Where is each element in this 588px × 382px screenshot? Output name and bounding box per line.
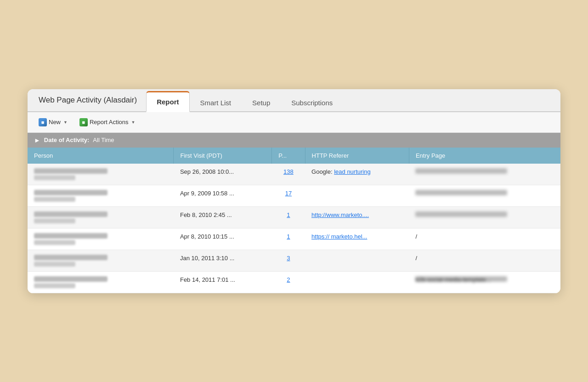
entry-page-cell: / <box>409 228 560 250</box>
person-detail <box>34 255 167 267</box>
report-actions-chevron-icon: ▼ <box>131 120 135 125</box>
filter-icon: ► <box>34 137 40 144</box>
table-row: Feb 8, 2010 2:45 ...1http://www.marketo.… <box>28 206 560 228</box>
first-visit-cell: Apr 8, 2010 10:15 ... <box>174 228 272 250</box>
entry-page-blur <box>415 190 507 195</box>
pages-cell: 1 <box>272 206 305 228</box>
person-sub-blur <box>34 218 75 223</box>
person-sub-blur <box>34 175 75 180</box>
pages-link[interactable]: 1 <box>287 233 290 240</box>
new-button[interactable]: ■ New ▼ <box>34 116 72 129</box>
person-cell <box>28 206 174 228</box>
referer-link[interactable]: lead nurturing <box>334 168 371 175</box>
entry-page-cell <box>409 185 560 206</box>
pages-link[interactable]: 2 <box>287 276 290 283</box>
person-cell <box>28 271 174 293</box>
table-row: Apr 9, 2009 10:58 ...17 <box>28 185 560 206</box>
person-sub-blur <box>34 262 75 267</box>
person-detail <box>34 190 167 202</box>
http-referer-cell: Google: lead nurturing <box>305 164 409 185</box>
tab-bar: Web Page Activity (Alasdair) Report Smar… <box>28 89 560 112</box>
report-actions-button[interactable]: ■ Report Actions ▼ <box>75 116 140 129</box>
first-visit-cell: Sep 26, 2008 10:0... <box>174 164 272 185</box>
new-chevron-icon: ▼ <box>63 120 68 125</box>
entry-page-cell <box>409 164 560 185</box>
person-cell <box>28 228 174 250</box>
tab-setup[interactable]: Setup <box>242 93 281 112</box>
person-name-blur <box>34 276 107 282</box>
http-referer-cell: http://www.marketo.... <box>305 206 409 228</box>
person-cell <box>28 185 174 206</box>
tab-report[interactable]: Report <box>146 91 189 112</box>
data-table: Person First Visit (PDT) P... HTTP Refer… <box>28 148 560 293</box>
col-pages: P... <box>272 148 305 164</box>
person-name-blur <box>34 211 107 217</box>
http-referer-cell <box>305 271 409 293</box>
first-visit-cell: Jan 10, 2011 3:10 ... <box>174 250 272 271</box>
toolbar: ■ New ▼ ■ Report Actions ▼ <box>28 112 560 133</box>
person-detail <box>34 168 167 180</box>
first-visit-cell: Feb 8, 2010 2:45 ... <box>174 206 272 228</box>
pages-link[interactable]: 3 <box>287 255 290 262</box>
new-button-label: New <box>49 119 61 125</box>
http-referer-cell <box>305 185 409 206</box>
entry-page-cell: b2b-social-media-template... <box>409 271 560 293</box>
tab-subscriptions[interactable]: Subscriptions <box>281 93 343 112</box>
first-visit-cell: Apr 9, 2009 10:58 ... <box>174 185 272 206</box>
filter-value: All Time <box>93 137 114 143</box>
person-name-blur <box>34 190 107 195</box>
person-detail <box>34 211 167 223</box>
person-cell <box>28 250 174 271</box>
pages-cell: 1 <box>272 228 305 250</box>
report-actions-label: Report Actions <box>90 119 129 125</box>
col-person: Person <box>28 148 174 164</box>
person-sub-blur <box>34 283 75 288</box>
http-referer-cell <box>305 250 409 271</box>
person-name-blur <box>34 168 107 174</box>
referer-link[interactable]: http://www.marketo.... <box>311 211 369 218</box>
referer-link[interactable]: https:// marketo.hel... <box>311 233 367 240</box>
pages-link[interactable]: 1 <box>287 211 290 218</box>
person-cell <box>28 164 174 185</box>
window-title: Web Page Activity (Alasdair) <box>35 89 146 111</box>
table-header-row: Person First Visit (PDT) P... HTTP Refer… <box>28 148 560 164</box>
col-http-referer: HTTP Referer <box>305 148 409 164</box>
pages-link[interactable]: 138 <box>283 168 294 175</box>
table-row: Feb 14, 2011 7:01 ...2b2b-social-media-t… <box>28 271 560 293</box>
person-detail <box>34 276 167 288</box>
entry-page-blur <box>415 211 507 217</box>
first-visit-cell: Feb 14, 2011 7:01 ... <box>174 271 272 293</box>
entry-page-blur <box>415 168 507 174</box>
filter-label: Date of Activity: <box>44 137 89 143</box>
filter-bar: ► Date of Activity: All Time <box>28 133 560 148</box>
pages-cell: 3 <box>272 250 305 271</box>
new-icon: ■ <box>39 118 47 126</box>
col-first-visit: First Visit (PDT) <box>174 148 272 164</box>
main-window: Web Page Activity (Alasdair) Report Smar… <box>28 89 560 293</box>
http-referer-cell: https:// marketo.hel... <box>305 228 409 250</box>
tab-smart-list[interactable]: Smart List <box>190 93 242 112</box>
person-sub-blur <box>34 240 75 245</box>
entry-page-cell: / <box>409 250 560 271</box>
pages-cell: 17 <box>272 185 305 206</box>
person-detail <box>34 233 167 245</box>
report-actions-icon: ■ <box>79 118 88 126</box>
person-name-blur <box>34 255 107 260</box>
pages-cell: 2 <box>272 271 305 293</box>
pages-link[interactable]: 17 <box>285 190 292 197</box>
table-row: Jan 10, 2011 3:10 ...3/ <box>28 250 560 271</box>
person-sub-blur <box>34 197 75 202</box>
person-name-blur <box>34 233 107 239</box>
entry-page-cell <box>409 206 560 228</box>
table-row: Sep 26, 2008 10:0...138Google: lead nurt… <box>28 164 560 185</box>
entry-page-blur: b2b-social-media-template... <box>415 276 507 282</box>
pages-cell: 138 <box>272 164 305 185</box>
table-row: Apr 8, 2010 10:15 ...1https:// marketo.h… <box>28 228 560 250</box>
col-entry-page: Entry Page <box>409 148 560 164</box>
